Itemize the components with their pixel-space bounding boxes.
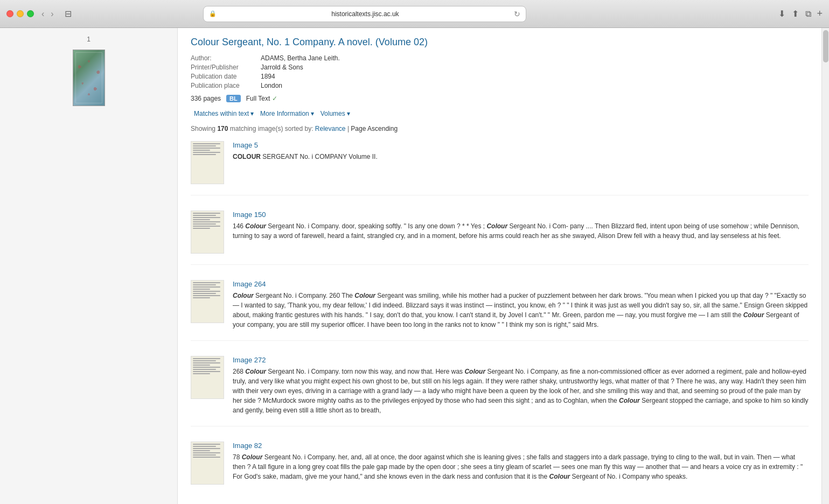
result-thumbnail (191, 442, 224, 485)
sort-relevance-link[interactable]: Relevance (315, 125, 346, 132)
dropdown-arrow-icon: ▾ (250, 110, 254, 117)
author-value: ADAMS, Bertha Jane Leith. (261, 54, 809, 62)
printer-value: Jarrold & Sons (261, 64, 809, 71)
result-thumbnail (191, 280, 224, 323)
result-text: COLOUR SERGEANT No. i COMPANY Volume II. (233, 152, 809, 162)
pub-place-value: London (261, 82, 809, 89)
result-body: Image 150 146 Colour Sergeant No. i Comp… (233, 211, 809, 254)
page-number: 1 (0, 33, 177, 47)
browser-actions: ⬇ ⬆ ⧉ + (777, 8, 823, 20)
result-title[interactable]: Image 5 (233, 141, 809, 149)
more-information-button[interactable]: More Information ▾ (257, 109, 317, 118)
book-cover-pattern (73, 50, 105, 106)
result-title[interactable]: Image 264 (233, 280, 809, 288)
table-row: Image 82 78 Colour Sergeant No. i Compan… (191, 442, 809, 495)
thumb-inner (191, 356, 224, 398)
lock-icon: 🔒 (209, 10, 217, 17)
result-body: Image 5 COLOUR SERGEANT No. i COMPANY Vo… (233, 141, 809, 184)
volumes-arrow-icon: ▾ (347, 110, 350, 117)
showing-text: Showing 170 matching image(s) sorted by:… (191, 125, 809, 132)
pages-label: pages (203, 95, 221, 102)
close-button[interactable] (6, 10, 13, 17)
result-body: Image 264 Colour Sergeant No. i Company.… (233, 280, 809, 330)
pub-date-label: Publication date (191, 73, 261, 80)
new-tab-button[interactable]: + (817, 8, 823, 19)
full-text-badge: Full Text ✓ (246, 95, 277, 102)
result-body: Image 82 78 Colour Sergeant No. i Compan… (233, 442, 809, 485)
result-title[interactable]: Image 82 (233, 442, 809, 450)
sidebar-toggle-button[interactable]: ⊟ (61, 8, 75, 20)
book-metadata: Author: ADAMS, Bertha Jane Leith. Printe… (191, 54, 809, 89)
author-label: Author: (191, 54, 261, 62)
table-row: Image 272 268 Colour Sergeant No. i Comp… (191, 356, 809, 426)
result-title[interactable]: Image 150 (233, 211, 809, 219)
book-stats: 336 pages BL Full Text ✓ (191, 95, 809, 102)
result-thumbnail (191, 211, 224, 254)
action-bar: Matches within text ▾ More Information ▾… (191, 109, 809, 118)
result-body: Image 272 268 Colour Sergeant No. i Comp… (233, 356, 809, 415)
printer-label: Printer/Publisher (191, 64, 261, 71)
table-row: Image 264 Colour Sergeant No. i Company.… (191, 280, 809, 341)
pub-place-label: Publication place (191, 82, 261, 89)
back-button[interactable]: ‹ (39, 8, 46, 20)
checkmark-icon: ✓ (272, 95, 277, 102)
result-text: Colour Sergeant No. i Company. 260 The C… (233, 291, 809, 330)
minimize-button[interactable] (17, 10, 24, 17)
matches-within-text-button[interactable]: Matches within text ▾ (191, 109, 257, 118)
thumb-inner (191, 281, 224, 323)
result-count: 170 (217, 125, 228, 132)
refresh-button[interactable]: ↻ (514, 10, 520, 18)
thumb-inner (191, 211, 224, 253)
url-text: historicaltexts.jisc.ac.uk (220, 10, 511, 18)
thumb-inner (191, 442, 224, 484)
pub-date-value: 1894 (261, 73, 809, 80)
browser-chrome: ‹ › ⊟ 🔒 historicaltexts.jisc.ac.uk ↻ ⬇ ⬆… (0, 0, 829, 28)
result-text: 268 Colour Sergeant No. i Company. torn … (233, 367, 809, 415)
main-content: Colour Sergeant, No. 1 Company. A novel.… (178, 28, 821, 504)
result-text: 78 Colour Sergeant No. i Company. her, a… (233, 452, 809, 481)
maximize-button[interactable] (27, 10, 34, 17)
traffic-lights (6, 10, 34, 17)
scrollbar[interactable] (821, 28, 829, 504)
download-button[interactable]: ⬇ (777, 8, 786, 20)
address-bar[interactable]: 🔒 historicaltexts.jisc.ac.uk ↻ (203, 6, 526, 22)
left-panel: 1 (0, 28, 178, 504)
more-info-arrow-icon: ▾ (311, 110, 314, 117)
scrollbar-thumb[interactable] (823, 30, 828, 62)
table-row: Image 150 146 Colour Sergeant No. i Comp… (191, 211, 809, 265)
volumes-button[interactable]: Volumes ▾ (317, 109, 353, 118)
book-title[interactable]: Colour Sergeant, No. 1 Company. A novel.… (191, 37, 809, 48)
nav-buttons: ‹ › (39, 8, 56, 20)
page-count: 336 pages (191, 95, 221, 102)
bl-badge: BL (226, 95, 241, 102)
sort-page-ascending-link[interactable]: Page Ascending (351, 125, 398, 132)
browser-body: 1 Colour Sergeant, No. 1 Company. A nove… (0, 28, 829, 504)
result-thumbnail (191, 356, 224, 399)
result-thumbnail (191, 141, 224, 184)
results-list: Image 5 COLOUR SERGEANT No. i COMPANY Vo… (191, 141, 809, 495)
result-text: 146 Colour Sergeant No. i Company. door,… (233, 221, 809, 241)
thumb-inner (191, 142, 224, 184)
tab-view-button[interactable]: ⧉ (804, 8, 812, 20)
share-button[interactable]: ⬆ (791, 8, 800, 20)
forward-button[interactable]: › (48, 8, 55, 20)
table-row: Image 5 COLOUR SERGEANT No. i COMPANY Vo… (191, 141, 809, 195)
book-cover-thumbnail[interactable] (73, 50, 105, 106)
result-title[interactable]: Image 272 (233, 356, 809, 364)
